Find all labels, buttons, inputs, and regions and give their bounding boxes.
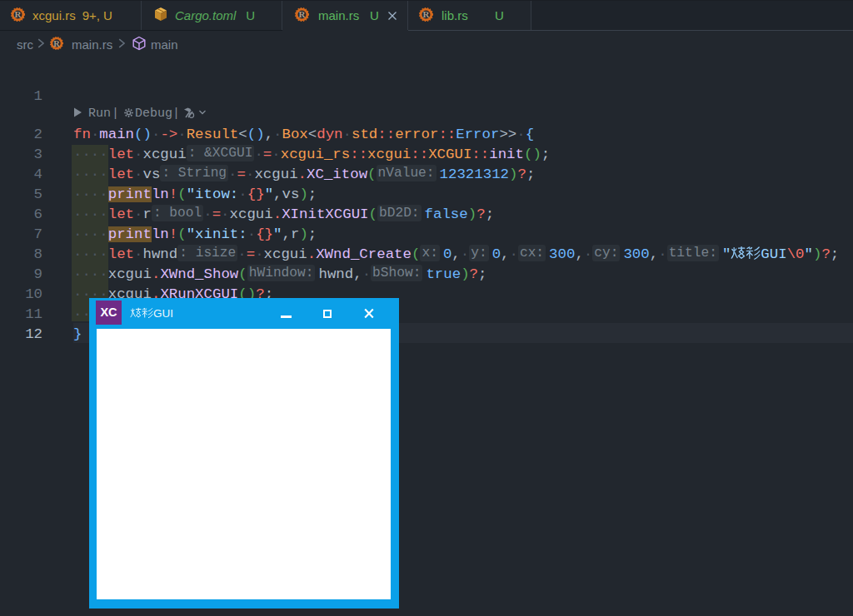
- svg-text:R: R: [53, 39, 60, 48]
- svg-text:R: R: [15, 9, 22, 19]
- svg-text:R: R: [423, 9, 431, 19]
- svg-text:R: R: [299, 9, 307, 19]
